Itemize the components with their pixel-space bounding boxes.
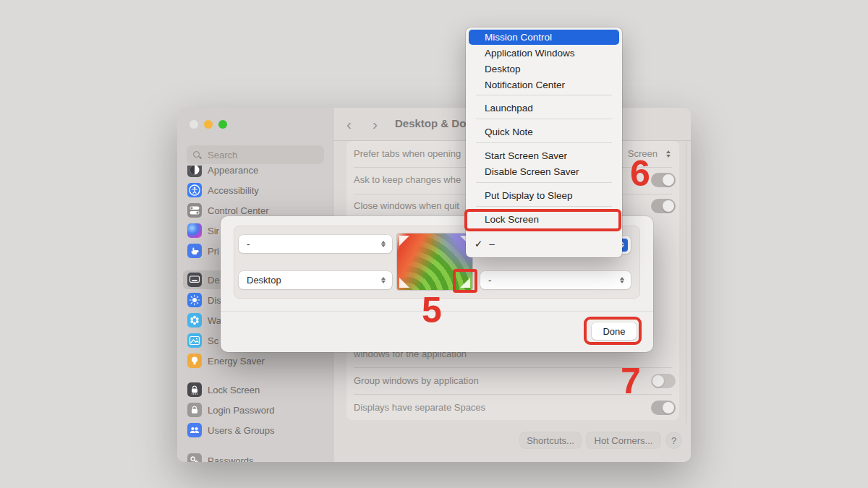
menu-item-quick-note[interactable]: Quick Note	[469, 124, 619, 140]
lock-screen-icon	[187, 382, 202, 397]
wallpaper-flower-icon	[187, 313, 202, 328]
group-windows-toggle[interactable]	[651, 374, 676, 388]
annotation-digit-6: 6	[630, 155, 650, 192]
sidebar-item-passwords[interactable]: Passwords	[183, 451, 327, 462]
ask-keep-changes-label: Ask to keep changes whe	[354, 174, 461, 185]
menu-item-mission-control[interactable]: Mission Control	[469, 30, 619, 45]
screenshot-stage: Appearance Accessibility Control Center …	[0, 0, 868, 488]
sidebar-item-appearance[interactable]: Appearance	[183, 166, 327, 179]
appearance-icon	[187, 166, 202, 177]
menu-item-none[interactable]: ✓ –	[469, 236, 619, 252]
chevron-updown-icon[interactable]	[666, 150, 671, 158]
passwords-key-icon	[187, 453, 202, 462]
scrollbar[interactable]	[686, 141, 686, 423]
close-traffic-light[interactable]	[190, 120, 198, 129]
annotation-digit-5: 5	[422, 292, 442, 328]
annotation-box-lock-screen	[464, 209, 621, 231]
minimize-traffic-light[interactable]	[204, 120, 213, 129]
menu-item-put-display-to-sleep[interactable]: Put Display to Sleep	[469, 188, 619, 204]
sidebar-item-lock-screen[interactable]: Lock Screen	[183, 380, 327, 399]
menu-divider	[476, 95, 612, 95]
search-icon	[192, 150, 202, 160]
menu-divider	[476, 119, 612, 119]
search-field[interactable]	[187, 145, 324, 164]
menu-item-notification-center[interactable]: Notification Center	[469, 77, 619, 93]
control-center-icon	[187, 203, 202, 218]
sidebar-item-energy-saver[interactable]: Energy Saver	[183, 351, 327, 370]
chevron-updown-icon	[377, 238, 389, 251]
privacy-hand-icon	[187, 244, 202, 258]
menu-item-launchpad[interactable]: Launchpad	[469, 100, 619, 116]
back-button[interactable]: ‹	[346, 115, 352, 134]
annotation-box-corner-icon	[453, 269, 477, 293]
chevron-updown-icon	[377, 274, 389, 287]
bottom-left-corner-dropdown[interactable]: Desktop	[239, 271, 392, 289]
menu-item-application-windows[interactable]: Application Windows	[469, 46, 619, 61]
bottom-left-corner-icon	[399, 278, 409, 288]
energy-saver-bulb-icon	[187, 354, 202, 368]
desktop-dock-icon	[187, 273, 202, 287]
close-windows-toggle[interactable]	[651, 199, 676, 213]
separate-spaces-label: Displays have separate Spaces	[354, 402, 485, 413]
accessibility-icon	[187, 183, 202, 197]
sidebar-item-login-password[interactable]: Login Password	[183, 401, 327, 419]
sidebar-item-accessibility[interactable]: Accessibility	[183, 181, 327, 200]
login-password-lock-icon	[187, 403, 202, 417]
forward-button[interactable]: ›	[373, 115, 378, 134]
chevron-updown-icon	[616, 274, 628, 287]
menu-divider	[476, 206, 612, 207]
menu-item-disable-screen-saver[interactable]: Disable Screen Saver	[469, 164, 619, 180]
siri-icon	[187, 223, 202, 238]
hot-corners-button[interactable]: Hot Corners...	[587, 432, 660, 448]
bottom-right-corner-dropdown[interactable]: -	[480, 271, 631, 289]
ask-keep-changes-toggle[interactable]	[651, 173, 676, 187]
checkmark-icon: ✓	[475, 236, 482, 252]
top-left-corner-icon	[399, 236, 409, 246]
displays-sun-icon	[187, 293, 202, 307]
group-windows-label: Group windows by application	[354, 375, 479, 386]
top-left-corner-dropdown[interactable]: -	[239, 235, 392, 253]
page-title: Desktop & Do	[395, 117, 466, 129]
menu-divider	[476, 182, 612, 183]
separate-spaces-toggle[interactable]	[651, 401, 676, 415]
screen-saver-icon	[187, 333, 202, 348]
prefer-tabs-label: Prefer tabs when opening	[354, 148, 461, 159]
menu-divider	[476, 142, 612, 143]
search-input[interactable]	[206, 149, 318, 161]
annotation-digit-7: 7	[621, 363, 641, 399]
close-windows-label: Close windows when quit	[354, 200, 459, 211]
shortcuts-button[interactable]: Shortcuts...	[520, 432, 581, 448]
annotation-box-done	[584, 317, 642, 345]
help-button[interactable]: ?	[666, 432, 681, 448]
menu-item-start-screen-saver[interactable]: Start Screen Saver	[469, 148, 619, 164]
menu-item-desktop[interactable]: Desktop	[469, 61, 619, 77]
users-groups-icon	[187, 423, 202, 437]
zoom-traffic-light[interactable]	[218, 120, 227, 129]
sidebar-item-users-groups[interactable]: Users & Groups	[183, 421, 327, 440]
